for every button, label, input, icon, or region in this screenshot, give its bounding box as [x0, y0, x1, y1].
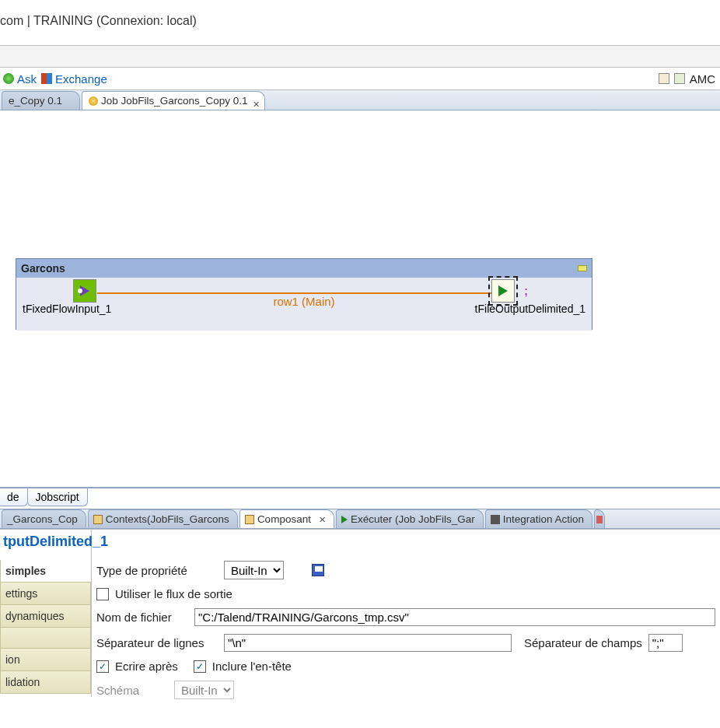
tab-jobfils-garcons[interactable]: Job JobFils_Garcons_Copy 0.1 ✕: [82, 91, 265, 110]
job-icon: [89, 96, 98, 106]
write-after-checkbox[interactable]: [96, 660, 109, 673]
btab-more[interactable]: [594, 509, 605, 528]
amc-icon-1[interactable]: [659, 73, 669, 84]
use-stream-label: Utiliser le flux de sortie: [115, 587, 232, 600]
view-tabs: _Garcons_Cop Contexts(JobFils_Garcons Co…: [0, 509, 720, 529]
ask-label: Ask: [17, 72, 37, 86]
tab-copy[interactable]: e_Copy 0.1: [2, 91, 80, 110]
midtab-de[interactable]: de: [0, 488, 28, 506]
collapse-icon[interactable]: [578, 265, 587, 271]
btab-label: Exécuter (Job JobFils_Gar: [351, 510, 475, 529]
sidenav-simples[interactable]: simples: [0, 560, 91, 583]
contexts-icon: [93, 515, 103, 524]
close-icon[interactable]: ✕: [319, 510, 326, 529]
component-form: Type de propriété Built-In Utiliser le f…: [92, 530, 720, 697]
amc-icon-2[interactable]: [674, 73, 685, 84]
subjob-body: tFixedFlowInput_1 row1 (Main) ; tFileOut…: [16, 278, 592, 331]
btab-label: Composant: [257, 510, 311, 529]
include-header-checkbox[interactable]: [194, 660, 206, 673]
subjob-garcons[interactable]: Garcons tFixedFlowInput_1 row1 (Main) ; …: [16, 258, 592, 330]
run-icon: [341, 516, 348, 523]
schema-label: Schéma: [96, 684, 168, 697]
property-type-label: Type de propriété: [96, 564, 218, 577]
ask-link[interactable]: Ask: [3, 72, 37, 86]
include-header-label: Inclure l'en-tête: [212, 660, 292, 673]
btab-integration[interactable]: Integration Action: [485, 509, 592, 528]
btab-composant[interactable]: Composant ✕: [239, 509, 334, 528]
filename-label: Nom de fichier: [96, 611, 188, 624]
midtab-jobscript[interactable]: Jobscript: [27, 488, 88, 506]
sidenav-ettings[interactable]: ettings: [0, 582, 91, 605]
row-separators: Séparateur de lignes Séparateur de champ…: [96, 634, 715, 652]
row-sep-input[interactable]: [224, 634, 512, 652]
field-sep-input[interactable]: [648, 634, 683, 652]
subjob-header[interactable]: Garcons: [16, 259, 592, 278]
design-canvas[interactable]: Garcons tFixedFlowInput_1 row1 (Main) ; …: [0, 110, 720, 487]
field-sep-label: Séparateur de champs: [524, 636, 642, 649]
row-schema: Schéma Built-In: [96, 681, 715, 699]
editor-tabs: e_Copy 0.1 Job JobFils_Garcons_Copy 0.1 …: [0, 90, 720, 110]
btab-label: _Garcons_Cop: [7, 510, 78, 529]
tfileoutputdelimited-icon: ;: [491, 279, 515, 303]
btab-label: Integration Action: [503, 510, 584, 529]
subjob-title: Garcons: [21, 262, 65, 275]
sidenav-dynamiques[interactable]: dynamiques: [0, 604, 91, 628]
panel-sidenav: simples ettings dynamiques ion lidation: [0, 530, 92, 697]
window-title: com | TRAINING (Connexion: local): [0, 0, 720, 45]
sidenav-lidation[interactable]: lidation: [0, 670, 91, 694]
amc-label[interactable]: AMC: [690, 72, 715, 86]
toolbar: Ask Exchange AMC: [0, 67, 720, 90]
component-label: tFileOutputDelimited_1: [475, 303, 585, 315]
use-stream-checkbox[interactable]: [96, 588, 109, 600]
ask-icon: [3, 73, 14, 84]
sidenav-ion[interactable]: ion: [0, 648, 91, 671]
tab-label: e_Copy 0.1: [9, 92, 62, 110]
row-filename: Nom de fichier: [96, 608, 715, 626]
more-icon: [596, 516, 603, 523]
exchange-icon: [41, 73, 52, 84]
row-link[interactable]: [97, 292, 497, 294]
sidenav-blank[interactable]: [0, 627, 91, 649]
filename-input[interactable]: [194, 608, 715, 626]
write-after-label: Ecrire après: [115, 660, 178, 673]
integration-icon: [491, 515, 500, 524]
component-tfileoutputdelimited[interactable]: ; tFileOutputDelimited_1: [475, 279, 531, 315]
designer-bottom-tabs: de Jobscript: [0, 487, 720, 509]
btab-label: Contexts(JobFils_Garcons: [106, 510, 229, 529]
row-use-stream: Utiliser le flux de sortie: [96, 587, 715, 600]
row-property-type: Type de propriété Built-In: [96, 561, 715, 579]
close-icon[interactable]: ✕: [253, 95, 260, 114]
property-type-select[interactable]: Built-In: [224, 561, 284, 579]
row-sep-label: Séparateur de lignes: [96, 636, 218, 649]
btab-garcons-cop[interactable]: _Garcons_Cop: [2, 509, 86, 528]
exchange-label: Exchange: [55, 72, 107, 86]
component-panel: simples ettings dynamiques ion lidation …: [0, 529, 720, 697]
tab-label: Job JobFils_Garcons_Copy 0.1: [101, 92, 247, 110]
toolbar-separator: [0, 45, 720, 67]
btab-contexts[interactable]: Contexts(JobFils_Garcons: [88, 509, 238, 528]
save-icon[interactable]: [312, 564, 324, 576]
btab-executer[interactable]: Exécuter (Job JobFils_Gar: [336, 509, 484, 528]
exchange-link[interactable]: Exchange: [41, 72, 107, 86]
component-icon: [245, 515, 254, 524]
schema-select[interactable]: Built-In: [174, 681, 234, 699]
row-write-header: Ecrire après Inclure l'en-tête: [96, 660, 715, 673]
